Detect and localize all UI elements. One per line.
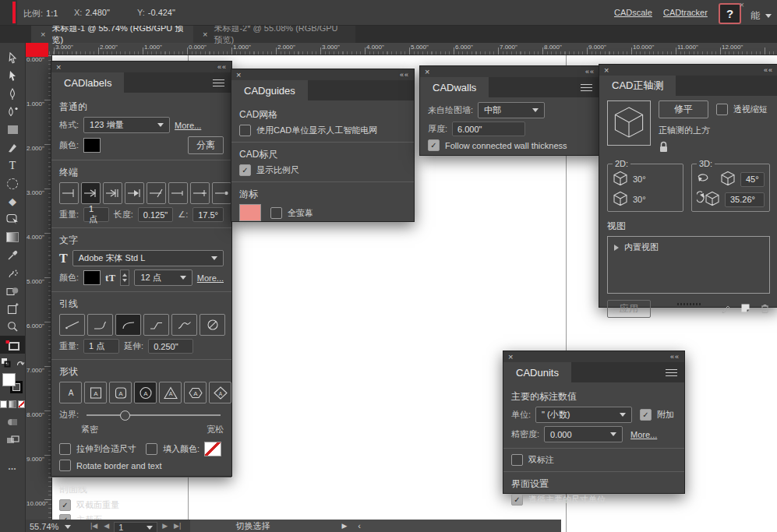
- bar-tee-button[interactable]: [190, 182, 210, 204]
- document-tab-1[interactable]: × 未标题-1 @ 55.74% (RGB/GPU 预览): [31, 25, 193, 43]
- tab-close-icon[interactable]: ×: [203, 30, 207, 39]
- cadscale-link[interactable]: CADscale: [614, 8, 652, 17]
- panel-close-icon[interactable]: ×: [56, 63, 61, 71]
- precision-select[interactable]: 0.000: [544, 426, 623, 442]
- type-tool[interactable]: T: [0, 157, 25, 174]
- bar-end-button[interactable]: [59, 182, 79, 204]
- next-artboard-button[interactable]: ▶: [162, 522, 168, 530]
- expand-arrow-icon[interactable]: [614, 245, 619, 251]
- color-mode-swatches[interactable]: [0, 395, 25, 413]
- artboard-number-select[interactable]: 1: [114, 522, 157, 532]
- dot-end-button[interactable]: [212, 182, 231, 204]
- terminal-length-field[interactable]: 0.125": [138, 207, 173, 222]
- tab-cadunits[interactable]: CADunits: [503, 362, 571, 382]
- fill-box[interactable]: [2, 373, 16, 386]
- axon-3d-angle-1-field[interactable]: 45°: [740, 172, 765, 187]
- zigzag-button[interactable]: [143, 314, 169, 336]
- text-color-swatch[interactable]: [83, 270, 101, 285]
- first-artboard-button[interactable]: |◀: [90, 522, 97, 530]
- rectangle-tool[interactable]: [0, 121, 25, 139]
- bar-short-button[interactable]: [168, 182, 188, 204]
- default-fill-stroke-icon[interactable]: [0, 354, 25, 372]
- terminal-angle-field[interactable]: 17.5°: [192, 207, 224, 222]
- corner-button[interactable]: [87, 314, 113, 336]
- tab-cadwalls[interactable]: CADwalls: [420, 77, 489, 97]
- delete-view-icon[interactable]: [760, 303, 770, 315]
- cadtracker-link[interactable]: CADtracker: [663, 8, 708, 17]
- triangle-button[interactable]: A: [159, 382, 182, 403]
- views-list[interactable]: 内置视图: [607, 236, 770, 294]
- last-artboard-button[interactable]: ▶|: [174, 522, 181, 530]
- arc-button[interactable]: [115, 314, 141, 336]
- panel-resize-grip[interactable]: [677, 303, 701, 305]
- font-size-stepper[interactable]: [120, 270, 129, 286]
- fill-none-swatch[interactable]: [204, 442, 221, 456]
- slider-knob[interactable]: [120, 410, 130, 421]
- panel-close-icon[interactable]: ×: [508, 353, 513, 361]
- apply-button[interactable]: 应用: [607, 300, 651, 318]
- plain-button[interactable]: A: [59, 382, 82, 403]
- close-icon[interactable]: ×: [740, 1, 744, 9]
- eyedropper-tool[interactable]: [0, 246, 25, 264]
- cursor-color-swatch[interactable]: [239, 204, 261, 221]
- fit-checkbox[interactable]: ✓ 拉伸到合适尺寸: [59, 443, 136, 455]
- overflow-panel-tab[interactable]: 能: [751, 9, 772, 23]
- diamond-button[interactable]: A: [209, 382, 231, 403]
- arrow-slant-button[interactable]: [147, 182, 166, 204]
- panel-close-icon[interactable]: ×: [236, 71, 241, 79]
- fill-stroke-indicator[interactable]: [0, 372, 25, 395]
- leader-weight-field[interactable]: 1 点: [83, 339, 119, 354]
- axon-3d-angle-2-field[interactable]: 35.26°: [725, 192, 765, 207]
- arrow-bar-button[interactable]: [81, 182, 101, 204]
- ruler-origin[interactable]: [26, 43, 48, 57]
- square-button[interactable]: A: [84, 382, 107, 403]
- format-select[interactable]: 123 增量: [83, 117, 170, 133]
- none-button[interactable]: [200, 314, 225, 336]
- collapse-icon[interactable]: ««: [764, 66, 773, 74]
- paintbrush-tool[interactable]: [0, 139, 25, 157]
- swap-fill-stroke-icon[interactable]: [16, 358, 25, 368]
- help-button[interactable]: ?: [719, 3, 741, 24]
- dual-dim-checkbox[interactable]: ✓ 双标注: [511, 454, 554, 466]
- shape-builder-tool[interactable]: [0, 282, 25, 300]
- selection-tool[interactable]: [0, 49, 25, 67]
- foreshorten-checkbox[interactable]: ✓ 透视缩短: [716, 104, 768, 115]
- tab-close-icon[interactable]: ×: [41, 30, 45, 39]
- hexagon-button[interactable]: A: [184, 382, 207, 403]
- collapse-icon[interactable]: ««: [217, 63, 227, 71]
- document-tab-2[interactable]: × 未标题-2* @ 55.08% (RGB/GPU 预览): [193, 25, 355, 43]
- zoom-tool[interactable]: [0, 318, 25, 336]
- zoom-level-select[interactable]: 55.74%: [30, 522, 90, 531]
- vertical-ruler[interactable]: 0.000"1.000"2.000"3.000"4.000"5.000"6.00…: [26, 55, 52, 532]
- terminal-weight-field[interactable]: 1 点: [83, 207, 109, 222]
- rotate-border-checkbox[interactable]: ✓ Rotate border and text: [59, 460, 161, 471]
- direct-selection-tool[interactable]: [0, 67, 25, 85]
- follow-wall-checkbox[interactable]: ✓ Follow connected wall thickness: [428, 139, 567, 151]
- panel-menu-icon[interactable]: [666, 369, 677, 376]
- arrow-solid-bar-button[interactable]: [125, 182, 144, 204]
- eraser-tool[interactable]: ◆: [0, 192, 25, 210]
- thickness-field[interactable]: 6.000": [452, 122, 525, 136]
- panel-close-icon[interactable]: ×: [425, 68, 429, 76]
- curvature-tool[interactable]: [0, 103, 25, 121]
- shape-mode-tool[interactable]: [0, 413, 25, 431]
- pen-tool[interactable]: [0, 85, 25, 103]
- double-section-weight-checkbox[interactable]: ✓ 双截面重量: [59, 499, 119, 511]
- grid-checkbox[interactable]: ✓ 使用CAD单位显示人工智能电网: [239, 125, 377, 136]
- play-icon[interactable]: ▶: [341, 522, 347, 530]
- new-view-icon[interactable]: [740, 303, 751, 315]
- edit-toolbar-button[interactable]: •••: [0, 460, 25, 477]
- tab-cadguides[interactable]: CADguides: [231, 80, 308, 100]
- builtin-views-row[interactable]: 内置视图: [608, 237, 769, 258]
- leader-extend-field[interactable]: 0.250": [148, 339, 193, 354]
- draw-mode-tool[interactable]: [0, 431, 25, 449]
- shaper-tool[interactable]: [0, 210, 25, 228]
- font-size-select[interactable]: 12 点: [134, 270, 192, 286]
- prev-artboard-button[interactable]: ◀: [104, 522, 109, 530]
- wall-from-select[interactable]: 中部: [478, 102, 545, 118]
- units-more-link[interactable]: More...: [630, 430, 657, 439]
- tab-cadaxon[interactable]: CAD正轴测: [599, 76, 676, 96]
- panel-menu-icon[interactable]: [581, 84, 592, 91]
- collapse-icon[interactable]: ««: [585, 68, 595, 76]
- gradient-swatch[interactable]: [9, 400, 16, 408]
